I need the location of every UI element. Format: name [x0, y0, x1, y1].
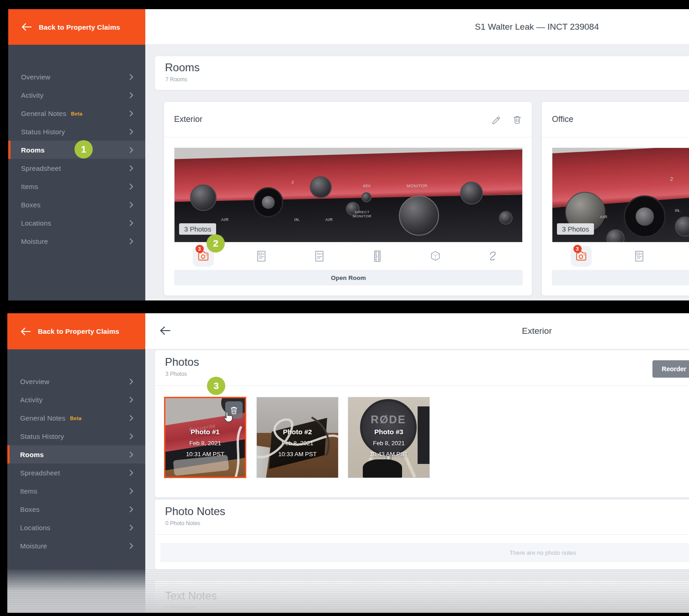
- step-annotation-3: 3: [207, 377, 225, 395]
- sidebar-item-spreadsheet[interactable]: Spreadsheet: [7, 463, 145, 482]
- photo-text: 2: [292, 180, 294, 184]
- photo-note-icon: [256, 250, 267, 263]
- empty-message: There are no photo notes: [509, 549, 576, 556]
- text-notes-tool-button[interactable]: Aa: [290, 245, 348, 268]
- chevron-right-icon: [129, 92, 133, 99]
- chevron-right-icon: [129, 433, 133, 440]
- chevron-right-icon: [129, 542, 133, 549]
- sidebar-nav: Overview Activity General Notes Beta: [8, 45, 145, 300]
- sidebar-item-status-history[interactable]: Status History: [8, 122, 145, 141]
- rooms-content: Rooms 7 Rooms Exterior: [145, 45, 689, 300]
- chevron-right-icon: [129, 469, 133, 476]
- chevron-right-icon: [129, 488, 133, 495]
- photo-date: Feb 8, 2021: [373, 440, 404, 447]
- photo-notes-card: Photo Notes 0 Photo Notes There are no p…: [154, 499, 689, 570]
- photo-time: 10:43 AM PST: [370, 451, 408, 458]
- section-title: Rooms: [165, 61, 200, 74]
- sidebar-item-items[interactable]: Items: [7, 482, 145, 500]
- chevron-right-icon: [129, 451, 133, 458]
- sidebar-item-activity[interactable]: Activity: [7, 390, 145, 409]
- chevron-right-icon: [129, 110, 133, 117]
- photo-count-chip: 3 Photos: [557, 223, 594, 235]
- back-arrow-button[interactable]: [159, 326, 171, 336]
- chevron-right-icon: [129, 165, 133, 172]
- chevron-right-icon: [129, 220, 133, 226]
- room-photo-exterior[interactable]: 2 48V MONITOR DIRECT MONITOR AIR AIR IN.…: [174, 147, 523, 242]
- open-room-button[interactable]: [552, 270, 689, 285]
- sidebar-item-boxes[interactable]: Boxes: [7, 500, 145, 518]
- beta-badge: Beta: [70, 416, 81, 421]
- photos-card: Photos 3 Photos Reorder Focusrite Photo …: [154, 350, 689, 498]
- back-label: Back to Property Claims: [39, 23, 120, 31]
- room-photo-office[interactable]: 2 AIR IN. 3 Photos: [552, 147, 689, 242]
- drawing-tool-button[interactable]: [465, 245, 523, 268]
- room-tools: 3 Aa: [174, 245, 523, 268]
- sidebar-item-overview[interactable]: Overview: [8, 68, 145, 86]
- beta-badge: Beta: [71, 111, 82, 116]
- room-card-exterior: Exterior 2 48V MONIT: [164, 101, 532, 296]
- main-area: Exterior Photos 3 Photos Reorder Focusri…: [145, 313, 689, 613]
- sidebar-item-boxes[interactable]: Boxes: [8, 195, 145, 214]
- back-to-property-claims-button[interactable]: Back to Property Claims: [7, 313, 145, 349]
- photos-tool-button[interactable]: 3: [174, 245, 232, 268]
- step-annotation-1: 1: [74, 140, 93, 158]
- delete-room-icon[interactable]: [512, 115, 522, 125]
- photo-date: Feb 8, 2021: [281, 440, 313, 447]
- chevron-right-icon: [129, 201, 133, 208]
- sidebar-item-activity[interactable]: Activity: [8, 86, 145, 104]
- back-arrow-icon: [20, 327, 31, 336]
- open-room-button[interactable]: Open Room: [174, 270, 523, 285]
- photo-notes-tool-button[interactable]: [610, 245, 668, 268]
- room-content: Photos 3 Photos Reorder Focusrite Photo …: [145, 349, 689, 613]
- room-card-office: Office 2 AIR IN. 3 Photos: [541, 101, 689, 296]
- sidebar-item-moisture[interactable]: Moisture: [8, 232, 145, 250]
- rooms-screen: Back to Property Claims Overview Activit…: [8, 9, 689, 300]
- room-name: Office: [552, 115, 573, 124]
- chevron-right-icon: [129, 147, 133, 153]
- room-detail-screen: Back to Property Claims Overview Activit…: [7, 313, 689, 613]
- sidebar-item-locations[interactable]: Locations: [8, 214, 145, 232]
- photo-notes-empty-state: There are no photo notes: [160, 543, 689, 562]
- sidebar-item-status-history[interactable]: Status History: [7, 427, 145, 445]
- sidebar-item-items[interactable]: Items: [8, 177, 145, 195]
- sidebar-item-rooms[interactable]: Rooms: [7, 445, 145, 463]
- sidebar-item-spreadsheet[interactable]: Spreadsheet: [8, 159, 145, 177]
- photo-thumbnail-3[interactable]: RØDE Photo #3 Feb 8, 2021 10:43 AM PST: [348, 397, 430, 478]
- photo-count-chip: 3 Photos: [179, 223, 216, 235]
- sidebar: Back to Property Claims Overview Activit…: [7, 313, 145, 613]
- sidebar-item-locations[interactable]: Locations: [7, 518, 145, 537]
- sidebar-item-overview[interactable]: Overview: [7, 372, 145, 390]
- edit-room-icon[interactable]: [491, 115, 501, 125]
- room-title: Exterior: [522, 326, 551, 336]
- chevron-right-icon: [129, 238, 133, 245]
- chevron-right-icon: [129, 378, 133, 385]
- back-to-property-claims-button[interactable]: Back to Property Claims: [8, 9, 145, 45]
- photos-tool-button[interactable]: 3: [552, 245, 610, 268]
- sketch-tool-button[interactable]: [407, 245, 465, 268]
- sidebar-item-moisture[interactable]: Moisture: [7, 537, 145, 555]
- back-label: Back to Property Claims: [38, 327, 119, 335]
- photo-date: Feb 8, 2021: [189, 440, 221, 447]
- sidebar-item-general-notes[interactable]: General Notes Beta: [8, 104, 145, 122]
- rooms-section-header: Rooms 7 Rooms: [154, 56, 689, 90]
- room-header: Exterior: [145, 313, 689, 349]
- section-subtitle: 7 Rooms: [165, 76, 187, 83]
- room-card-header: Exterior: [164, 102, 532, 137]
- text-notes-card: Text Notes 0 Text Notes: [154, 580, 689, 613]
- photo-label: Photo #3: [374, 428, 403, 436]
- camera-count-badge: 3: [573, 245, 582, 253]
- text-notes-title: Text Notes: [165, 590, 217, 602]
- back-arrow-icon: [21, 23, 32, 31]
- photo-notes-subtitle: 0 Photo Notes: [165, 520, 200, 526]
- sidebar-item-general-notes[interactable]: General Notes Beta: [7, 409, 145, 427]
- photo-thumbnail-2[interactable]: Photo #2 Feb 8, 2021 10:33 AM PST: [256, 397, 339, 478]
- hand-cursor: [223, 410, 235, 423]
- cube-icon: [429, 250, 441, 263]
- photo-label: Photo #2: [283, 428, 312, 436]
- videos-tool-button[interactable]: [349, 245, 407, 268]
- photo-notes-tool-button[interactable]: [232, 245, 290, 268]
- reorder-button[interactable]: Reorder: [652, 360, 689, 378]
- room-tools: 3: [552, 245, 689, 268]
- chevron-right-icon: [129, 128, 133, 135]
- photo-thumbnail-1[interactable]: Focusrite Photo #1 Feb 8, 2021 10:31 AM …: [164, 397, 246, 478]
